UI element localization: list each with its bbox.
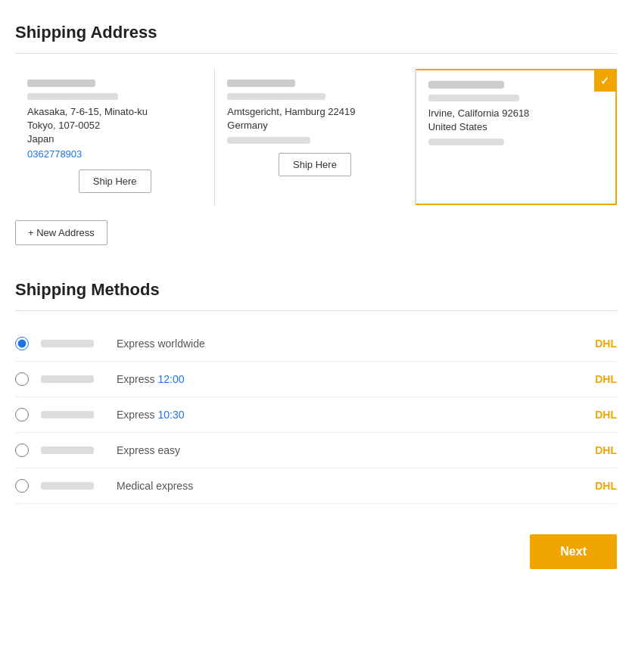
method-1-carrier: DHL — [571, 338, 617, 350]
method-1-price-blur — [41, 340, 94, 347]
address-1-line2: Tokyo, 107-0052 — [27, 120, 202, 131]
address-3-line1: Irvine, California 92618 — [428, 107, 603, 119]
footer-actions: Next — [15, 534, 617, 569]
address-card-1: Akasaka, 7-6-15, Minato-ku Tokyo, 107-00… — [15, 69, 215, 205]
address-2-line2: Germany — [227, 120, 402, 131]
address-card-3: ✓ Irvine, California 92618 United States — [416, 69, 617, 205]
method-row-3: Express 10:30 DHL — [15, 397, 617, 433]
method-row-1: Express worldwide DHL — [15, 326, 617, 362]
method-4-name: Express easy — [117, 444, 571, 456]
address-2-line1: Amtsgericht, Hamburg 22419 — [227, 106, 402, 117]
address-2-phone-blur — [227, 137, 310, 144]
address-cards-container: Akasaka, 7-6-15, Minato-ku Tokyo, 107-00… — [15, 69, 617, 205]
check-icon: ✓ — [600, 75, 609, 87]
address-3-line2: United States — [428, 121, 603, 132]
method-1-name: Express worldwide — [117, 338, 571, 350]
method-2-highlight: 12:00 — [157, 373, 184, 385]
method-2-carrier: DHL — [571, 373, 617, 385]
address-3-name-blur — [428, 81, 504, 89]
method-5-price-blur — [41, 482, 94, 490]
next-button[interactable]: Next — [530, 534, 617, 569]
method-radio-5[interactable] — [15, 479, 29, 493]
address-1-line2-blur — [27, 93, 118, 100]
address-divider — [15, 53, 617, 54]
shipping-methods-section: Shipping Methods Express worldwide DHL E… — [15, 280, 617, 504]
ship-here-button-2[interactable]: Ship Here — [279, 153, 351, 176]
new-address-button[interactable]: + New Address — [15, 220, 107, 245]
method-3-carrier: DHL — [571, 409, 617, 421]
method-5-name: Medical express — [117, 480, 571, 492]
address-3-line2-blur — [428, 95, 519, 101]
address-3-phone-blur — [428, 138, 504, 145]
method-3-price-blur — [41, 411, 94, 418]
method-radio-2[interactable] — [15, 372, 29, 386]
method-2-name: Express 12:00 — [117, 373, 571, 385]
selected-check-badge: ✓ — [594, 70, 615, 92]
method-row-5: Medical express DHL — [15, 468, 617, 504]
methods-divider — [15, 310, 617, 311]
method-radio-1[interactable] — [15, 337, 29, 350]
method-row-4: Express easy DHL — [15, 433, 617, 468]
address-2-line2-blur — [227, 93, 325, 100]
address-2-name-blur — [227, 79, 295, 87]
address-1-name-blur — [27, 79, 95, 87]
method-3-name: Express 10:30 — [117, 409, 571, 421]
address-1-line1: Akasaka, 7-6-15, Minato-ku — [27, 106, 202, 117]
shipping-methods-title: Shipping Methods — [15, 280, 617, 300]
method-radio-3[interactable] — [15, 408, 29, 422]
method-4-carrier: DHL — [571, 444, 617, 456]
address-1-phone[interactable]: 0362778903 — [27, 148, 82, 160]
method-3-highlight: 10:30 — [157, 409, 184, 421]
method-4-price-blur — [41, 446, 94, 454]
address-1-line3: Japan — [27, 133, 202, 145]
method-radio-4[interactable] — [15, 443, 29, 457]
method-row-2: Express 12:00 DHL — [15, 362, 617, 397]
method-2-price-blur — [41, 375, 94, 383]
method-5-carrier: DHL — [571, 480, 617, 492]
ship-here-button-1[interactable]: Ship Here — [79, 170, 151, 193]
shipping-address-title: Shipping Address — [15, 23, 617, 42]
address-card-2: Amtsgericht, Hamburg 22419 Germany Ship … — [215, 69, 415, 205]
